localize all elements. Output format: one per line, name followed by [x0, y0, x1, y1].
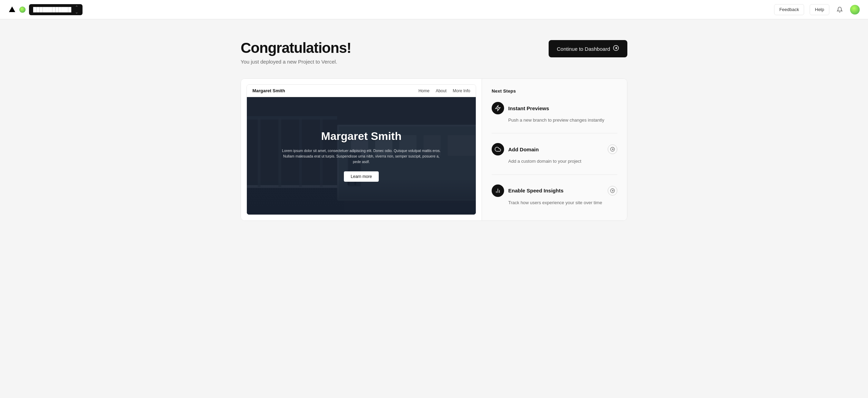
- project-selector[interactable]: ████████████ ⌃⌄: [29, 4, 83, 15]
- vercel-logo: [8, 6, 16, 13]
- nav-left: ████████████ ⌃⌄: [8, 4, 83, 15]
- user-avatar[interactable]: [850, 5, 860, 15]
- nav-right: Feedback Help: [774, 4, 860, 15]
- site-name: Margaret Smith: [252, 88, 285, 93]
- content-grid: Margaret Smith Home About More Info: [241, 78, 627, 221]
- nav-home: Home: [418, 88, 430, 93]
- preview-hero-image[interactable]: Margaret Smith Lorem ipsum dolor sit ame…: [247, 97, 476, 215]
- learn-more-button[interactable]: Learn more: [344, 171, 379, 182]
- step-desc-add-domain: Add a custom domain to your project: [508, 158, 617, 164]
- browser-bar: Margaret Smith Home About More Info: [247, 85, 476, 97]
- step-desc-speed-insights: Track how users experience your site ove…: [508, 200, 617, 206]
- preview-panel: Margaret Smith Home About More Info: [241, 79, 482, 220]
- preview-browser: Margaret Smith Home About More Info: [247, 84, 476, 215]
- project-selector-label: ████████████: [33, 7, 71, 12]
- speed-insights-icon: [492, 184, 504, 197]
- speed-insights-arrow-button[interactable]: [608, 186, 617, 196]
- feedback-button[interactable]: Feedback: [774, 4, 804, 15]
- page-header: Congratulations! You just deployed a new…: [241, 40, 627, 65]
- step-title-row-domain: Add Domain: [492, 143, 539, 155]
- chevron-icon: ⌃⌄: [75, 5, 78, 15]
- step-speed-insights[interactable]: Enable Speed Insights Track how users ex…: [492, 184, 617, 206]
- step-header-instant-previews: Instant Previews: [492, 102, 617, 114]
- add-domain-icon: [492, 143, 504, 155]
- preview-hero-title: Margaret Smith: [281, 130, 441, 143]
- add-domain-arrow-button[interactable]: [608, 144, 617, 154]
- help-button[interactable]: Help: [810, 4, 829, 15]
- step-name-add-domain: Add Domain: [508, 146, 539, 152]
- continue-to-dashboard-button[interactable]: Continue to Dashboard: [549, 40, 627, 57]
- step-desc-instant-previews: Push a new branch to preview changes ins…: [508, 117, 617, 123]
- topnav: ████████████ ⌃⌄ Feedback Help: [0, 0, 868, 19]
- step-title-row: Instant Previews: [492, 102, 549, 114]
- step-instant-previews: Instant Previews Push a new branch to pr…: [492, 102, 617, 133]
- page-subtitle: You just deployed a new Project to Verce…: [241, 59, 351, 65]
- nav-about: About: [436, 88, 446, 93]
- notifications-button[interactable]: [835, 5, 845, 15]
- step-header-add-domain: Add Domain: [492, 143, 617, 155]
- step-header-speed-insights: Enable Speed Insights: [492, 184, 617, 197]
- org-avatar: [19, 7, 26, 13]
- nav-more: More Info: [453, 88, 470, 93]
- step-name-instant-previews: Instant Previews: [508, 105, 549, 111]
- main-content: Congratulations! You just deployed a new…: [227, 19, 641, 235]
- browser-nav: Home About More Info: [418, 88, 470, 93]
- page-title: Congratulations!: [241, 40, 351, 56]
- header-text: Congratulations! You just deployed a new…: [241, 40, 351, 65]
- step-name-speed-insights: Enable Speed Insights: [508, 188, 563, 193]
- arrow-circle-icon: [613, 45, 619, 53]
- instant-previews-icon: [492, 102, 504, 114]
- step-add-domain[interactable]: Add Domain Add a custom domain to your p…: [492, 143, 617, 174]
- next-steps-title: Next Steps: [492, 88, 617, 94]
- continue-button-label: Continue to Dashboard: [557, 46, 610, 52]
- next-steps-panel: Next Steps Instant Previews Push a new b…: [482, 79, 627, 220]
- step-title-row-insights: Enable Speed Insights: [492, 184, 563, 197]
- preview-hero-text: Lorem ipsum dolor sit amet, consectetuer…: [281, 148, 441, 164]
- preview-content: Margaret Smith Lorem ipsum dolor sit ame…: [281, 130, 441, 182]
